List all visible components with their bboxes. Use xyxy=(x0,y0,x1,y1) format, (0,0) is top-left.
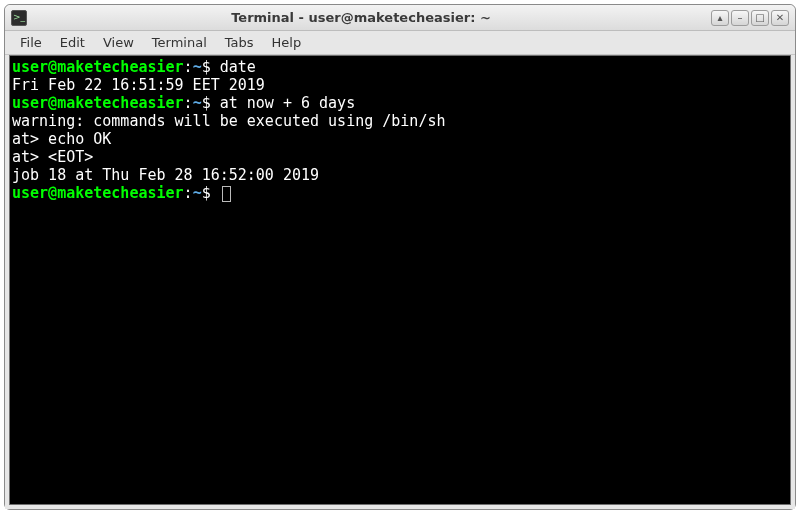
titlebar[interactable]: >_ Terminal - user@maketecheasier: ~ ▴ –… xyxy=(5,5,795,31)
close-button[interactable]: ✕ xyxy=(771,10,789,26)
shade-button[interactable]: ▴ xyxy=(711,10,729,26)
prompt-userhost: user@maketecheasier xyxy=(12,94,184,112)
menu-help[interactable]: Help xyxy=(263,32,311,53)
prompt-userhost: user@maketecheasier xyxy=(12,184,184,202)
output-date: Fri Feb 22 16:51:59 EET 2019 xyxy=(12,76,265,94)
terminal-wrap: user@maketecheasier:~$ date Fri Feb 22 1… xyxy=(5,55,795,509)
cursor-icon xyxy=(222,186,231,202)
menu-file[interactable]: File xyxy=(11,32,51,53)
menu-edit[interactable]: Edit xyxy=(51,32,94,53)
menu-view[interactable]: View xyxy=(94,32,143,53)
prompt-sym: $ xyxy=(202,94,211,112)
menubar: File Edit View Terminal Tabs Help xyxy=(5,31,795,55)
prompt-sep: : xyxy=(184,94,193,112)
cmd-date: date xyxy=(220,58,256,76)
prompt-sym: $ xyxy=(202,184,211,202)
maximize-button[interactable]: □ xyxy=(751,10,769,26)
output-at-eot: at> <EOT> xyxy=(12,148,93,166)
terminal-window: >_ Terminal - user@maketecheasier: ~ ▴ –… xyxy=(4,4,796,510)
prompt-sep: : xyxy=(184,184,193,202)
minimize-button[interactable]: – xyxy=(731,10,749,26)
prompt-sep: : xyxy=(184,58,193,76)
cmd-at: at now + 6 days xyxy=(220,94,355,112)
output-at-echo: at> echo OK xyxy=(12,130,111,148)
menu-terminal[interactable]: Terminal xyxy=(143,32,216,53)
terminal-area[interactable]: user@maketecheasier:~$ date Fri Feb 22 1… xyxy=(9,55,791,505)
window-controls: ▴ – □ ✕ xyxy=(711,10,789,26)
output-job: job 18 at Thu Feb 28 16:52:00 2019 xyxy=(12,166,319,184)
window-title: Terminal - user@maketecheasier: ~ xyxy=(11,10,711,25)
prompt-path: ~ xyxy=(193,184,202,202)
prompt-sym: $ xyxy=(202,58,211,76)
prompt-userhost: user@maketecheasier xyxy=(12,58,184,76)
output-warning: warning: commands will be executed using… xyxy=(12,112,445,130)
prompt-path: ~ xyxy=(193,58,202,76)
menu-tabs[interactable]: Tabs xyxy=(216,32,263,53)
prompt-path: ~ xyxy=(193,94,202,112)
